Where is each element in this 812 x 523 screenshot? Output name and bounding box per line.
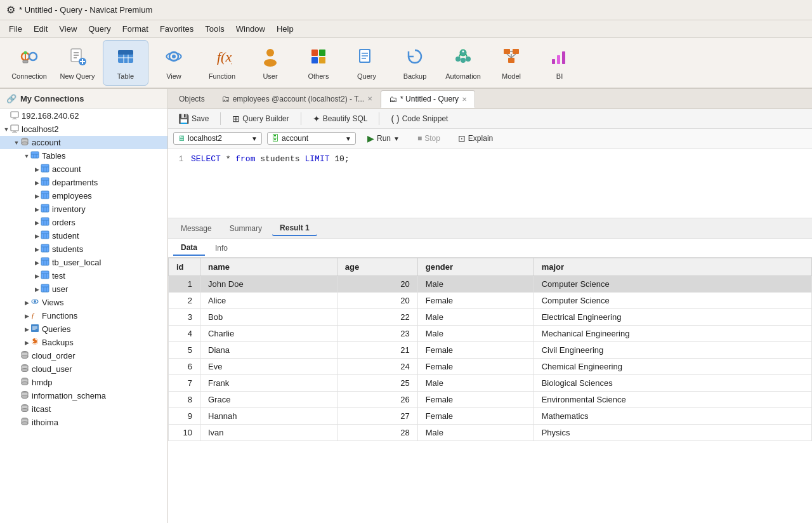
save-button[interactable]: 💾 Save <box>173 112 214 126</box>
chevron-tbl-employees[interactable]: ▶ <box>33 193 41 199</box>
menu-item-help[interactable]: Help <box>272 22 299 36</box>
connection-selector[interactable]: 🖥 localhost2 ▼ <box>173 132 262 145</box>
sidebar-item-backups-group[interactable]: ▶Backups <box>0 336 167 349</box>
menu-item-file[interactable]: File <box>4 22 27 36</box>
sidebar-item-account-db[interactable]: ▼account <box>0 136 167 149</box>
toolbar-btn-view[interactable]: View <box>151 40 197 86</box>
table-row[interactable]: 2Alice20FemaleComputer Science <box>169 293 812 309</box>
view-label: View <box>166 72 181 80</box>
sidebar-item-tbl-user[interactable]: ▶user <box>0 282 167 296</box>
chevron-tbl-inventory[interactable]: ▶ <box>33 206 41 213</box>
tab-query-tab[interactable]: 🗂* Untitled - Query ✕ <box>381 90 475 108</box>
sidebar-item-tbl-orders[interactable]: ▶orders <box>0 216 167 229</box>
sidebar-item-tbl-test[interactable]: ▶test <box>0 269 167 282</box>
stop-button[interactable]: ■ Stop <box>411 132 447 145</box>
data-table-container[interactable]: id name age gender major 1John Doe20Male… <box>168 258 812 523</box>
sidebar-item-itcast[interactable]: itcast <box>0 402 167 416</box>
close-tab-query-tab[interactable]: ✕ <box>462 96 467 103</box>
toolbar-btn-new-query[interactable]: New Query <box>55 40 100 86</box>
table-row[interactable]: 7Frank25MaleBiological Sciences <box>169 375 812 392</box>
result-tab-summary[interactable]: Summary <box>222 222 270 235</box>
tab-objects[interactable]: Objects <box>171 90 213 108</box>
chevron-tbl-departments[interactable]: ▶ <box>33 180 41 186</box>
chevron-tbl-orders[interactable]: ▶ <box>33 220 41 226</box>
sidebar-item-tbl-inventory[interactable]: ▶inventory <box>0 202 167 216</box>
toolbar-btn-backup[interactable]: Backup <box>392 40 438 86</box>
chevron-localhost2[interactable]: ▼ <box>3 126 10 133</box>
sidebar-item-cloud_user[interactable]: cloud_user <box>0 362 167 376</box>
toolbar-btn-others[interactable]: Others <box>296 40 341 86</box>
sidebar-item-tbl-employees[interactable]: ▶employees <box>0 189 167 202</box>
sidebar-item-cloud_order[interactable]: cloud_order <box>0 349 167 362</box>
menu-item-edit[interactable]: Edit <box>29 22 53 36</box>
chevron-tbl-students[interactable]: ▶ <box>33 246 41 253</box>
toolbar-btn-user[interactable]: User <box>247 40 293 86</box>
menu-item-tools[interactable]: Tools <box>200 22 229 36</box>
table-row[interactable]: 1John Doe20MaleComputer Science <box>169 276 812 293</box>
chevron-functions-group[interactable]: ▶ <box>23 313 30 319</box>
table-row[interactable]: 9Hannah27FemaleMathematics <box>169 408 812 425</box>
table-row[interactable]: 3Bob22MaleElectrical Engineering <box>169 309 812 326</box>
toolbar-btn-connection[interactable]: Connection <box>6 40 52 86</box>
explain-button[interactable]: ⊡ Explain <box>452 131 499 145</box>
beautify-button[interactable]: ✦ Beautify SQL <box>308 112 373 126</box>
icon-tables-group <box>30 150 39 161</box>
sidebar-item-information_schema[interactable]: information_schema <box>0 389 167 402</box>
toolbar-btn-model[interactable]: Model <box>488 40 534 86</box>
result-tab-message[interactable]: Message <box>173 222 219 235</box>
table-row[interactable]: 6Eve24FemaleChemical Engineering <box>169 359 812 375</box>
chevron-tables-group[interactable]: ▼ <box>23 153 30 159</box>
sidebar-item-ithoima[interactable]: ithoima <box>0 416 167 429</box>
result-tab-result-1[interactable]: Result 1 <box>272 221 317 236</box>
code-snippet-button[interactable]: ( ) Code Snippet <box>386 112 453 126</box>
toolbar-btn-function[interactable]: f(x)Function <box>199 40 245 86</box>
query-builder-button[interactable]: ⊞ Query Builder <box>227 112 294 126</box>
sidebar-item-views-group[interactable]: ▶Views <box>0 296 167 309</box>
sidebar-item-tbl-tb_user_local[interactable]: ▶tb_user_local <box>0 256 167 269</box>
menu-item-format[interactable]: Format <box>117 22 154 36</box>
toolbar-btn-table[interactable]: Table <box>103 40 148 86</box>
svg-rect-20 <box>319 57 325 63</box>
close-tab-employees-tab[interactable]: ✕ <box>367 95 372 102</box>
sidebar-item-localhost2[interactable]: ▼localhost2 <box>0 122 167 136</box>
label-information_schema: information_schema <box>32 391 106 401</box>
icon-ithoima <box>20 417 29 428</box>
table-row[interactable]: 4Charlie23MaleMechanical Engineering <box>169 326 812 342</box>
data-tab-data[interactable]: Data <box>173 241 205 256</box>
toolbar-btn-automation[interactable]: Automation <box>440 40 486 86</box>
toolbar-btn-bi[interactable]: BI <box>537 40 582 86</box>
toolbar-btn-query[interactable]: Query <box>344 40 390 86</box>
database-selector[interactable]: 🗄 account ▼ <box>267 132 356 145</box>
chevron-views-group[interactable]: ▶ <box>23 300 30 306</box>
chevron-tbl-student[interactable]: ▶ <box>33 233 41 239</box>
sidebar-item-ip1[interactable]: 192.168.240.62 <box>0 109 167 122</box>
sidebar-item-tbl-students[interactable]: ▶students <box>0 242 167 256</box>
menu-item-favorites[interactable]: Favorites <box>155 22 199 36</box>
menu-item-query[interactable]: Query <box>83 22 115 36</box>
table-row[interactable]: 10Ivan28MalePhysics <box>169 425 812 441</box>
chevron-backups-group[interactable]: ▶ <box>23 340 30 346</box>
sidebar-item-hmdp[interactable]: hmdp <box>0 376 167 389</box>
chevron-tbl-tb_user_local[interactable]: ▶ <box>33 260 41 266</box>
table-row[interactable]: 8Grace26FemaleEnvironmental Science <box>169 392 812 408</box>
chevron-tbl-account[interactable]: ▶ <box>33 166 41 173</box>
sidebar-item-tables-group[interactable]: ▼Tables <box>0 149 167 162</box>
chevron-account-db[interactable]: ▼ <box>13 140 20 146</box>
sidebar-item-queries-group[interactable]: ▶Queries <box>0 322 167 336</box>
data-tab-info[interactable]: Info <box>207 241 235 255</box>
sql-editor[interactable]: 1 SELECT * from students LIMIT 10; <box>168 149 812 218</box>
tab-employees-tab[interactable]: 🗂employees @account (localhost2) - T... … <box>213 90 381 108</box>
chevron-queries-group[interactable]: ▶ <box>23 326 30 333</box>
menu-item-window[interactable]: Window <box>231 22 270 36</box>
sidebar-item-tbl-student[interactable]: ▶student <box>0 229 167 242</box>
chevron-tbl-user[interactable]: ▶ <box>33 286 41 293</box>
table-row[interactable]: 5Diana21FemaleCivil Engineering <box>169 342 812 359</box>
sidebar-item-tbl-account[interactable]: ▶account <box>0 162 167 176</box>
sidebar-item-tbl-departments[interactable]: ▶departments <box>0 176 167 189</box>
cell-id: 7 <box>169 375 200 392</box>
sidebar-item-functions-group[interactable]: ▶fFunctions <box>0 309 167 322</box>
run-button[interactable]: ▶ Run ▼ <box>361 131 406 145</box>
tbl: students <box>260 154 304 164</box>
menu-item-view[interactable]: View <box>54 22 82 36</box>
chevron-tbl-test[interactable]: ▶ <box>33 273 41 279</box>
